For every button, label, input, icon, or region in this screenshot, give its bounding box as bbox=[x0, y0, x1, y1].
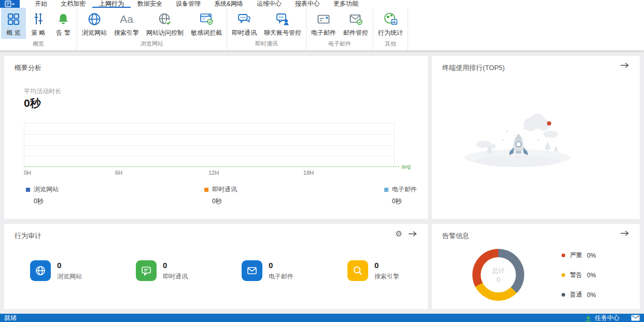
top5-card-title: 终端使用排行(TOP5) bbox=[442, 63, 505, 73]
chat-icon bbox=[136, 260, 157, 281]
legend-label: 浏览网站 bbox=[34, 185, 59, 194]
ribbon-item-site-access-control[interactable]: 网站访问控制 bbox=[143, 8, 187, 39]
legend-percent: 0% bbox=[587, 272, 596, 279]
behavior-stats-icon bbox=[383, 10, 398, 27]
task-center-button[interactable]: 任务中心 bbox=[585, 314, 620, 322]
ribbon-item-label: 策 略 bbox=[31, 29, 45, 37]
legend-label: 普通 bbox=[570, 290, 582, 299]
alert-legend-normal: 普通 0% bbox=[562, 290, 596, 299]
top5-detail-arrow-icon[interactable] bbox=[620, 62, 629, 68]
ribbon-tabs: 开始 文档加密 上网行为 数据安全 设备管理 系统&网络 运维中心 报表中心 更… bbox=[28, 0, 365, 8]
ribbon-item-label: 电子邮件 bbox=[311, 29, 336, 37]
legend-value: 0秒 bbox=[34, 197, 59, 206]
ribbon-group-label: 浏览网站 bbox=[78, 39, 226, 50]
audit-stats-row: 0 浏览网站 0 即时通讯 bbox=[30, 260, 453, 282]
status-ready-text: 就绪 bbox=[4, 314, 17, 322]
ribbon-item-im[interactable]: 即时通讯 bbox=[228, 8, 260, 39]
ribbon-item-label: 概 览 bbox=[6, 29, 20, 37]
im-chat-icon bbox=[237, 10, 251, 27]
alerts-card-title: 告警信息 bbox=[442, 231, 469, 241]
browse-globe-icon bbox=[87, 10, 102, 27]
avg-reference-line bbox=[24, 166, 399, 167]
ribbon-item-search-engine[interactable]: Aa 搜索引擎 bbox=[110, 8, 143, 39]
audit-count: 0 bbox=[269, 261, 293, 270]
alerts-detail-arrow-icon[interactable] bbox=[620, 230, 629, 236]
legend-swatch bbox=[204, 188, 208, 192]
audit-count: 0 bbox=[163, 261, 188, 270]
legend-item-browse: 浏览网站 0秒 bbox=[26, 185, 59, 206]
ribbon-group-email: 电子邮件 邮件管控 电子邮件 bbox=[306, 8, 373, 50]
audit-item-email[interactable]: 0 电子邮件 bbox=[242, 260, 347, 282]
donut-total-label: 总计 bbox=[492, 267, 505, 275]
red-dot bbox=[547, 121, 551, 125]
audit-item-browse[interactable]: 0 浏览网站 bbox=[30, 260, 136, 282]
task-center-label: 任务中心 bbox=[595, 314, 620, 322]
ribbon-item-alert[interactable]: 告 警 bbox=[51, 8, 76, 39]
policy-sliders-icon bbox=[31, 10, 46, 27]
gridline bbox=[24, 134, 394, 135]
ribbon-item-overview[interactable]: 概 览 bbox=[1, 8, 26, 39]
tab-data-security[interactable]: 数据安全 bbox=[131, 0, 169, 8]
legend-label: 电子邮件 bbox=[392, 185, 417, 194]
search-engine-aa-icon: Aa bbox=[120, 10, 133, 27]
ribbon-item-policy[interactable]: 策 略 bbox=[26, 8, 51, 39]
legend-dot bbox=[562, 293, 565, 297]
legend-dot bbox=[562, 254, 565, 257]
legend-item-email: 电子邮件 0秒 bbox=[384, 185, 417, 206]
ribbon-item-behavior-stats[interactable]: 行为统计 bbox=[374, 8, 407, 39]
audit-label: 浏览网站 bbox=[57, 272, 82, 281]
legend-dot bbox=[562, 273, 565, 277]
tab-internet-behavior[interactable]: 上网行为 bbox=[92, 0, 131, 8]
ribbon-item-mail-control[interactable]: 邮件管控 bbox=[340, 8, 372, 39]
mail-control-icon bbox=[348, 10, 363, 27]
tab-system-network[interactable]: 系统&网络 bbox=[207, 0, 250, 8]
message-envelope-icon[interactable] bbox=[631, 315, 640, 321]
donut-total-value: 0 bbox=[497, 276, 500, 284]
ribbon-item-label: 网站访问控制 bbox=[146, 29, 184, 37]
ribbon-item-label: 搜索引擎 bbox=[114, 29, 139, 37]
ribbon-item-label: 行为统计 bbox=[378, 29, 403, 37]
ribbon-group-im: 即时通讯 聊天账号管控 即时通讯 bbox=[227, 8, 306, 50]
audit-count: 0 bbox=[374, 261, 399, 270]
ribbon-group-label: 电子邮件 bbox=[307, 39, 372, 50]
ribbon-item-email[interactable]: 电子邮件 bbox=[307, 8, 340, 39]
download-icon bbox=[585, 315, 592, 321]
gridline bbox=[24, 145, 394, 146]
ribbon-item-browse-website[interactable]: 浏览网站 bbox=[78, 8, 110, 39]
legend-label: 严重 bbox=[570, 251, 582, 260]
app-menu-button[interactable] bbox=[0, 0, 20, 8]
audit-item-im[interactable]: 0 即时通讯 bbox=[136, 260, 242, 282]
tab-doc-encryption[interactable]: 文档加密 bbox=[54, 0, 92, 8]
chart-x-axis: 0H 6H 12H 18H bbox=[24, 170, 395, 177]
email-icon bbox=[316, 10, 331, 27]
app-menu-icon bbox=[5, 1, 15, 7]
ribbon-item-sensitive-word-block[interactable]: 敏感词拦截 bbox=[187, 8, 226, 39]
x-tick: 18H bbox=[303, 170, 314, 176]
empty-state-rocket-illustration bbox=[455, 108, 580, 170]
legend-value: 0秒 bbox=[212, 197, 237, 206]
legend-percent: 0% bbox=[587, 252, 596, 259]
audit-card-title: 行为审计 bbox=[15, 231, 41, 241]
tab-start[interactable]: 开始 bbox=[28, 0, 54, 8]
ribbon-item-label: 敏感词拦截 bbox=[191, 29, 222, 37]
audit-settings-gear-icon[interactable]: ⚙ bbox=[396, 230, 402, 237]
ribbon-item-label: 邮件管控 bbox=[343, 29, 368, 37]
search-icon bbox=[347, 260, 368, 281]
ribbon-item-label: 聊天账号管控 bbox=[264, 29, 301, 37]
overview-grid-icon bbox=[6, 10, 21, 27]
tab-device-management[interactable]: 设备管理 bbox=[169, 0, 207, 8]
tab-report-center[interactable]: 报表中心 bbox=[288, 0, 327, 8]
ribbon-group-browse-web: 浏览网站 Aa 搜索引擎 网站访问控制 bbox=[77, 8, 227, 50]
audit-count: 0 bbox=[57, 261, 82, 270]
ribbon-item-chat-account-control[interactable]: 聊天账号管控 bbox=[260, 8, 305, 39]
audit-label: 搜索引擎 bbox=[374, 272, 399, 281]
rocket bbox=[510, 134, 528, 156]
alert-bell-icon bbox=[56, 10, 71, 27]
legend-item-im: 即时通讯 0秒 bbox=[204, 185, 237, 206]
audit-detail-arrow-icon[interactable] bbox=[408, 231, 417, 237]
site-access-control-icon bbox=[158, 10, 172, 27]
tab-ops-center[interactable]: 运维中心 bbox=[250, 0, 288, 8]
tab-more-functions[interactable]: 更多功能 bbox=[327, 0, 365, 8]
avg-activity-value: 0秒 bbox=[24, 96, 41, 110]
summary-card-title: 概要分析 bbox=[15, 63, 41, 73]
